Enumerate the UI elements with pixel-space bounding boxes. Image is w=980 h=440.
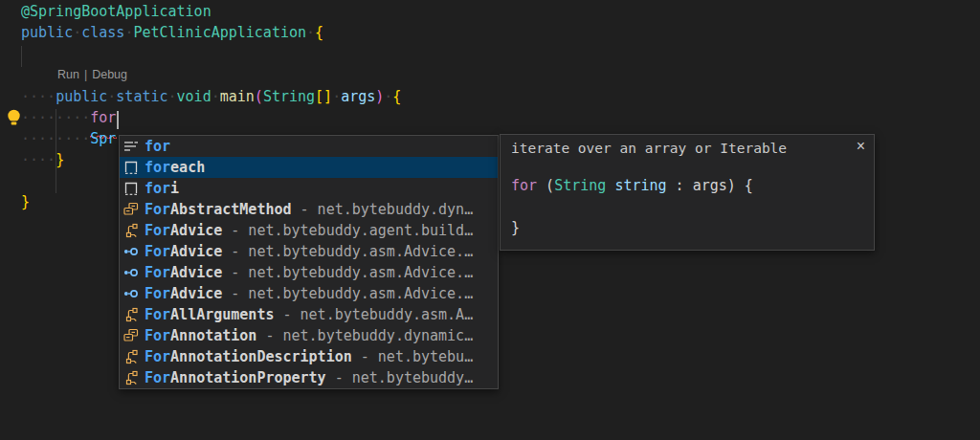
code-token: public bbox=[21, 24, 73, 41]
code-token: static bbox=[116, 88, 167, 105]
class-symbol-icon bbox=[123, 202, 139, 217]
suggestion-item[interactable]: fori bbox=[120, 178, 498, 199]
doc-code-line: } bbox=[511, 219, 520, 240]
suggestion-match-text: For bbox=[145, 201, 170, 218]
code-token: { bbox=[315, 24, 323, 41]
suggestion-item[interactable]: ForAbstractMethod - net.bytebuddy.dyn… bbox=[120, 199, 498, 220]
suggestion-match-text: For bbox=[145, 306, 170, 323]
code-token: ( bbox=[255, 88, 263, 105]
suggestion-match-text: For bbox=[145, 264, 170, 281]
code-token: [] bbox=[315, 88, 332, 105]
class-symbol-icon bbox=[123, 328, 139, 343]
partial-spring-line[interactable]: ········Spr bbox=[21, 130, 116, 151]
codelens-run-link[interactable]: Run bbox=[57, 68, 79, 81]
code-token: } bbox=[56, 151, 64, 168]
code-token: args bbox=[341, 88, 375, 105]
code-token: void bbox=[177, 88, 212, 105]
code-token: ) bbox=[375, 88, 384, 105]
suggestion-label-text: Advice bbox=[170, 285, 222, 302]
struct-symbol-icon bbox=[123, 223, 139, 238]
suggestion-detail-text: - net.bytebuddy.dyn… bbox=[292, 201, 474, 218]
suggestion-detail-text: - net.bytebu… bbox=[352, 348, 473, 365]
suggestion-label-text: AbstractMethod bbox=[170, 201, 291, 218]
suggestion-item[interactable]: ForAdvice - net.bytebuddy.asm.Advice.… bbox=[120, 283, 498, 304]
annotation-line[interactable]: @SpringBootApplication bbox=[21, 3, 212, 24]
suggestion-label-text: Advice bbox=[170, 264, 222, 281]
suggestion-item[interactable]: ForAdvice - net.bytebuddy.asm.Advice.… bbox=[120, 262, 498, 283]
suggestion-detail-text: - net.bytebuddy.asm.Advice.… bbox=[222, 264, 473, 281]
suggestion-label-text: AnnotationDescription bbox=[170, 348, 352, 365]
text-cursor bbox=[117, 111, 119, 129]
code-token: for bbox=[511, 177, 537, 194]
code-token: · bbox=[212, 88, 220, 105]
code-token: · bbox=[168, 88, 177, 105]
typed-for-line[interactable]: ········for bbox=[21, 109, 116, 130]
suggestion-detail-text: - net.bytebuddy.asm.Advice.… bbox=[222, 243, 473, 260]
suggestion-match-text: for bbox=[145, 138, 170, 155]
suggestion-detail-text: - net.bytebuddy.dynamic… bbox=[256, 327, 473, 344]
suggestion-item[interactable]: ForAdvice - net.bytebuddy.agent.build… bbox=[120, 220, 498, 241]
code-token: ( bbox=[537, 177, 554, 194]
code-token: · bbox=[73, 24, 81, 41]
code-token: } bbox=[511, 219, 520, 236]
suggestion-match-text: For bbox=[145, 369, 170, 386]
suggestion-label-text: i bbox=[170, 180, 179, 197]
suggestion-label-text: Advice bbox=[170, 222, 222, 239]
code-token: ) { bbox=[727, 177, 753, 194]
code-token: args bbox=[693, 177, 727, 194]
suggestion-item[interactable]: for bbox=[120, 136, 498, 157]
suggestion-label-text: AnnotationProperty bbox=[170, 369, 326, 386]
code-token: · bbox=[306, 24, 315, 41]
code-token: { bbox=[392, 88, 401, 105]
code-token: main bbox=[220, 88, 255, 105]
interface-symbol-icon bbox=[123, 265, 139, 280]
doc-description: iterate over an array or Iterable bbox=[511, 141, 787, 162]
class-declaration-line[interactable]: public·class·PetClinicApplication·{ bbox=[21, 24, 323, 45]
suggestion-item[interactable]: ForAllArguments - net.bytebuddy.asm.A… bbox=[120, 304, 498, 325]
suggestion-label-text: Annotation bbox=[170, 327, 256, 344]
class-close-line[interactable]: } bbox=[21, 193, 30, 214]
suggestion-label-text: Advice bbox=[170, 243, 222, 260]
code-token: : bbox=[667, 177, 693, 194]
code-token: · bbox=[384, 88, 392, 105]
suggestion-match-text: for bbox=[145, 180, 170, 197]
suggestion-match-text: For bbox=[145, 243, 170, 260]
code-token: } bbox=[21, 193, 30, 210]
doc-code-line: for (String string : args) { bbox=[511, 177, 753, 198]
code-token: String bbox=[554, 177, 606, 194]
suggestion-item[interactable]: ForAnnotationProperty - net.bytebuddy… bbox=[120, 367, 498, 388]
suggestion-match-text: For bbox=[145, 327, 170, 344]
suggestion-item[interactable]: ForAnnotation - net.bytebuddy.dynamic… bbox=[120, 325, 498, 346]
code-token: ········ bbox=[21, 130, 90, 147]
indent-guide bbox=[21, 46, 22, 67]
struct-symbol-icon bbox=[123, 349, 139, 364]
suggestion-match-text: For bbox=[145, 222, 170, 239]
close-icon[interactable]: × bbox=[857, 138, 865, 155]
code-token: @SpringBootApplication bbox=[21, 3, 212, 20]
code-token: string bbox=[614, 177, 666, 194]
code-token: · bbox=[332, 88, 341, 105]
interface-symbol-icon bbox=[123, 244, 139, 259]
struct-symbol-icon bbox=[123, 370, 139, 385]
suggestion-detail-text: - net.bytebuddy.asm.Advice.… bbox=[222, 285, 473, 302]
code-token: ········ bbox=[21, 109, 90, 126]
suggestion-detail-text: - net.bytebuddy.agent.build… bbox=[222, 222, 473, 239]
suggestion-match-text: For bbox=[145, 348, 170, 365]
codelens-debug-link[interactable]: Debug bbox=[92, 68, 127, 81]
suggestion-item[interactable]: ForAnnotationDescription - net.bytebu… bbox=[120, 346, 498, 367]
codelens: Run|Debug bbox=[57, 68, 127, 85]
suggestion-label-text: AllArguments bbox=[170, 306, 274, 323]
suggestion-item[interactable]: ForAdvice - net.bytebuddy.asm.Advice.… bbox=[120, 241, 498, 262]
suggestion-item[interactable]: foreach bbox=[120, 157, 498, 178]
main-method-line[interactable]: ····public·static·void·main(String[]·arg… bbox=[21, 88, 401, 109]
suggestion-label-text: each bbox=[170, 159, 205, 176]
code-token: ···· bbox=[21, 88, 56, 105]
suggestion-detail-text: - net.bytebuddy.asm.A… bbox=[274, 306, 473, 323]
suggest-widget: forforeachforiForAbstractMethod - net.by… bbox=[119, 135, 499, 389]
code-editor-window: Run|Debug @SpringBootApplicationpublic·c… bbox=[0, 0, 980, 440]
codelens-separator: | bbox=[79, 68, 92, 81]
method-close-line[interactable]: ····} bbox=[21, 151, 64, 172]
code-token: String bbox=[263, 88, 315, 105]
suggestion-detail-text: - net.bytebuddy… bbox=[326, 369, 474, 386]
interface-symbol-icon bbox=[123, 286, 139, 301]
